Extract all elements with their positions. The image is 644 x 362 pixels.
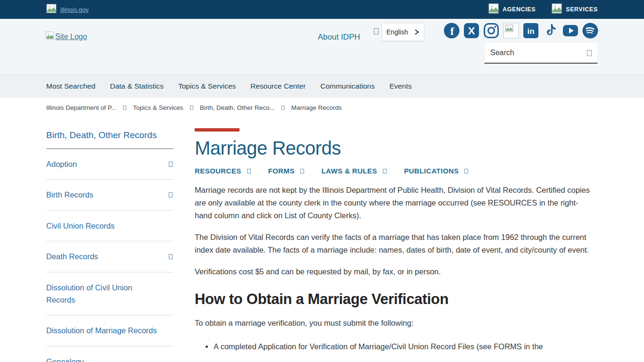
site-logo-label: Site Logo <box>55 33 87 41</box>
nav-item-data-statistics[interactable]: Data & Statistics <box>110 82 164 90</box>
chevron-right-icon <box>413 29 420 35</box>
sidebar-heading-link[interactable]: Birth, Death, Other Records <box>46 130 173 149</box>
breadcrumb-separator-icon <box>123 106 126 110</box>
sidebar-item-civil-union-records[interactable]: Civil Union Records <box>46 211 173 241</box>
main-nav: Most Searched Data & Statistics Topics &… <box>0 74 644 98</box>
page-title: Marriage Records <box>195 138 598 159</box>
agencies-label: AGENCIES <box>503 6 536 13</box>
breadcrumb-birth-death-records[interactable]: Birth, Death, Other Reco... <box>200 104 275 111</box>
expand-icon[interactable] <box>169 162 173 167</box>
svg-text:in: in <box>527 27 534 36</box>
sidebar-item-death-records[interactable]: Death Records <box>46 241 173 272</box>
publications-link[interactable]: PUBLICATIONS <box>404 167 468 175</box>
search-box <box>484 42 598 64</box>
language-dropdown[interactable]: English <box>382 23 424 41</box>
content-area: Birth, Death, Other Records Adoption Bir… <box>0 130 644 362</box>
nav-item-communications[interactable]: Communications <box>320 82 374 90</box>
breadcrumb: Illinois Department of P... Topics & Ser… <box>0 104 644 111</box>
paragraph-submit-following: To obtain a marriage verification, you m… <box>195 317 593 329</box>
laws-rules-link[interactable]: LAWS & RULES <box>322 167 387 175</box>
sidebar-item-birth-records[interactable]: Birth Records <box>46 180 173 210</box>
sidebar: Birth, Death, Other Records Adoption Bir… <box>46 130 173 362</box>
paragraph-verification-cost: Verifications cost $5 and can be request… <box>195 265 593 278</box>
breadcrumb-separator-icon <box>190 106 193 110</box>
services-link[interactable]: SERVICES <box>552 3 598 16</box>
paragraph-records-not-kept: Marriage records are not kept by the Ill… <box>195 184 593 222</box>
expand-icon[interactable] <box>169 192 173 197</box>
sidebar-item-dissolution-civil-union[interactable]: Dissolution of Civil Union Records <box>46 272 173 316</box>
breadcrumb-topics-services[interactable]: Topics & Services <box>133 104 183 111</box>
svg-text:f: f <box>450 25 454 37</box>
services-label: SERVICES <box>566 6 598 13</box>
language-selected-label: English <box>387 28 408 36</box>
social-icons-row: f X in <box>444 23 598 39</box>
section-link-glyph-icon <box>247 169 251 173</box>
site-logo-link[interactable]: Site Logo <box>46 32 87 41</box>
subheading-how-to-obtain: How to Obtain a Marriage Verification <box>195 291 598 308</box>
illinois-gov-link[interactable]: illinois.gov <box>46 4 89 15</box>
search-icon[interactable] <box>587 50 592 56</box>
youtube-icon[interactable] <box>562 23 578 39</box>
broken-image-icon <box>46 32 54 41</box>
breadcrumb-separator-icon <box>281 106 285 110</box>
breadcrumb-marriage-records[interactable]: Marriage Records <box>291 104 342 111</box>
sidebar-item-adoption[interactable]: Adoption <box>46 149 173 180</box>
agencies-link[interactable]: AGENCIES <box>488 3 536 16</box>
nav-item-events[interactable]: Events <box>389 82 412 90</box>
requirements-list: A completed Application for Verification… <box>195 340 598 353</box>
paragraph-verify-facts: The Division of Vital Records can verify… <box>195 231 593 256</box>
facebook-icon[interactable]: f <box>444 23 460 39</box>
topbar-links: AGENCIES SERVICES <box>488 3 598 16</box>
main-article: Marriage Records RESOURCES FORMS LAWS & … <box>195 128 598 362</box>
search-input[interactable] <box>490 49 570 57</box>
resources-link[interactable]: RESOURCES <box>195 167 251 175</box>
spotify-icon[interactable] <box>582 23 598 39</box>
nav-item-topics-services[interactable]: Topics & Services <box>178 82 236 90</box>
forms-link[interactable]: FORMS <box>268 167 304 175</box>
illinois-gov-label: illinois.gov <box>60 6 89 13</box>
broken-image-icon <box>46 4 57 15</box>
globe-icon <box>374 28 379 36</box>
list-item: A completed Application for Verification… <box>214 340 598 353</box>
section-link-glyph-icon <box>300 169 304 173</box>
tiktok-icon[interactable] <box>543 23 559 39</box>
accent-bar <box>195 128 239 132</box>
gov-topbar: illinois.gov AGENCIES SERVICES <box>0 0 644 19</box>
instagram-icon[interactable] <box>483 23 499 39</box>
section-links: RESOURCES FORMS LAWS & RULES PUBLICATION… <box>195 167 598 175</box>
svg-text:X: X <box>468 25 475 37</box>
section-link-glyph-icon <box>383 169 387 173</box>
broken-image-icon <box>488 3 499 16</box>
sidebar-item-dissolution-marriage[interactable]: Dissolution of Marriage Records <box>46 315 173 346</box>
nav-item-resource-center[interactable]: Resource Center <box>250 82 305 90</box>
broken-image-icon <box>552 3 562 16</box>
about-idph-link[interactable]: About IDPH <box>318 33 360 42</box>
section-link-glyph-icon <box>464 169 468 173</box>
expand-icon[interactable] <box>169 254 173 259</box>
linkedin-icon[interactable]: in <box>523 23 539 39</box>
breadcrumb-home[interactable]: Illinois Department of P... <box>46 104 116 111</box>
sidebar-item-genealogy[interactable]: Genealogy <box>46 346 173 362</box>
nav-item-most-searched[interactable]: Most Searched <box>46 82 95 90</box>
x-twitter-icon[interactable]: X <box>463 23 479 39</box>
site-header: Site Logo About IDPH English f X in <box>0 19 644 74</box>
broken-image-icon[interactable] <box>503 23 519 39</box>
